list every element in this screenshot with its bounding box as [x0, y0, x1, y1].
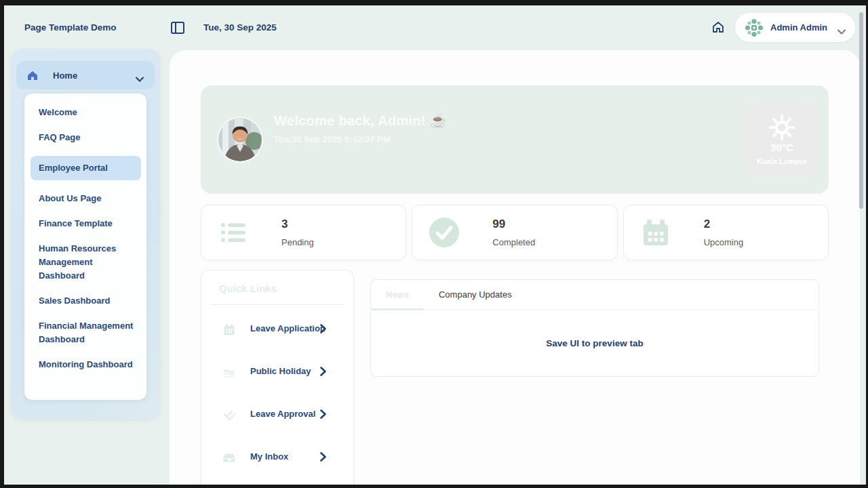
holiday-icon [223, 366, 235, 378]
tab-news[interactable]: News [371, 280, 424, 309]
user-menu[interactable]: Admin Admin [735, 13, 855, 42]
quick-link-my-inbox[interactable]: My Inbox [201, 446, 353, 469]
sidebar-item-monitoring-dashboard[interactable]: Monitoring Dashboard [39, 358, 140, 371]
home-icon[interactable] [711, 20, 725, 34]
double-check-icon [223, 409, 235, 421]
welcome-datetime: Tue,30 Sep 2025 5:42:37 PM [274, 134, 391, 144]
inbox-icon [223, 451, 235, 464]
sidebar-item-faq-page[interactable]: FAQ Page [39, 131, 140, 144]
tab-bar: News Company Updates [371, 280, 818, 310]
stat-card-upcoming[interactable]: 2 Upcoming [623, 205, 829, 260]
scrollbar-track[interactable] [856, 5, 865, 485]
sidebar-section-home[interactable]: Home [16, 61, 155, 89]
quick-links-title: Quick Links [219, 283, 277, 294]
chevron-down-icon [837, 25, 846, 30]
page-title: Page Template Demo [24, 22, 117, 33]
sidebar-item-finance-template[interactable]: Finance Template [39, 217, 140, 230]
check-circle-icon [429, 217, 460, 248]
stat-value: 3 [281, 218, 314, 231]
tab-content-message: Save UI to preview tab [546, 338, 643, 348]
sidebar-item-welcome[interactable]: Welcome [39, 106, 140, 119]
sidebar-item-sales-dashboard[interactable]: Sales Dashboard [39, 294, 140, 308]
weather-widget: 30°C Kuala Lumpur [746, 104, 818, 175]
stat-label: Upcoming [704, 237, 744, 247]
list-icon [218, 217, 249, 248]
quick-link-label: Leave Application [250, 323, 326, 333]
main-content: Welcome back, Admin! ☕ Tue,30 Sep 2025 5… [170, 50, 860, 485]
welcome-greeting: Welcome back, Admin! ☕ [274, 113, 447, 129]
stat-label: Pending [281, 237, 314, 247]
user-avatar [745, 18, 764, 37]
quick-link-label: My Inbox [250, 451, 288, 462]
quick-link-leave-approval[interactable]: Leave Approval [201, 403, 353, 426]
sidebar-item-about-us-page[interactable]: About Us Page [39, 192, 140, 205]
calendar-icon [223, 323, 235, 336]
quick-link-label: Public Holiday [250, 366, 311, 376]
chevron-right-icon [320, 367, 326, 376]
chevron-down-icon [136, 73, 144, 78]
house-icon [27, 70, 38, 81]
calendar-icon [640, 217, 671, 248]
current-date: Tue, 30 Sep 2025 [203, 22, 277, 33]
sidebar-item-financial-management-dashboard[interactable]: Financial Management Dashboard [39, 319, 140, 346]
chevron-right-icon [320, 324, 326, 333]
stats-row: 3 Pending 99 Completed [201, 205, 829, 260]
quick-links-panel: Quick Links [201, 270, 354, 485]
sidebar-item-employee-portal[interactable]: Employee Portal [31, 156, 141, 180]
weather-city: Kuala Lumpur [757, 157, 807, 165]
stat-card-completed[interactable]: 99 Completed [412, 205, 617, 260]
sidebar-section-label: Home [53, 70, 136, 81]
sidebar-item-hr-management-dashboard[interactable]: Human Resources Management Dashboard [39, 242, 140, 283]
sidebar: Home Welcome FAQ Page Employee Portal Ab… [11, 49, 160, 419]
app-window: Page Template Demo Tue, 30 Sep 2025 [4, 5, 866, 485]
user-name: Admin Admin [770, 22, 833, 33]
chevron-right-icon [320, 452, 326, 462]
quick-link-public-holiday[interactable]: Public Holiday [201, 361, 353, 384]
updates-panel: News Company Updates Save UI to preview … [370, 279, 819, 377]
stat-card-pending[interactable]: 3 Pending [201, 205, 406, 260]
chevron-right-icon [320, 409, 326, 419]
sidebar-toggle-icon[interactable] [171, 22, 184, 34]
profile-photo [218, 118, 262, 161]
sun-icon [769, 115, 795, 140]
top-header: Page Template Demo Tue, 30 Sep 2025 [4, 5, 866, 50]
stat-value: 2 [704, 218, 744, 231]
welcome-banner: Welcome back, Admin! ☕ Tue,30 Sep 2025 5… [201, 85, 829, 194]
tab-company-updates[interactable]: Company Updates [424, 280, 527, 309]
scrollbar-thumb[interactable] [859, 12, 863, 209]
stat-value: 99 [492, 218, 535, 231]
quick-link-label: Leave Approval [250, 409, 315, 419]
divider [211, 304, 344, 305]
tab-content: Save UI to preview tab [371, 310, 818, 377]
weather-temperature: 30°C [770, 142, 793, 153]
quick-link-leave-application[interactable]: Leave Application [201, 318, 353, 341]
sidebar-menu: Welcome FAQ Page Employee Portal About U… [24, 94, 146, 400]
stat-label: Completed [492, 237, 535, 247]
